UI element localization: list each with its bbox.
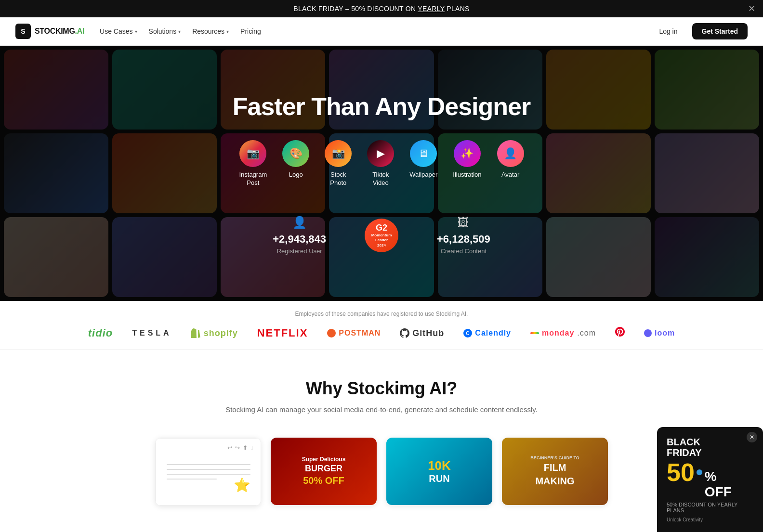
- stock-icon: 📸: [325, 140, 352, 167]
- stock-label: StockPhoto: [330, 171, 346, 187]
- company-tidio: tidio: [88, 327, 113, 339]
- bf-dot-icon: ●: [696, 464, 704, 480]
- logo-area[interactable]: S STOCKIMG.AI: [15, 24, 84, 39]
- nav-resources[interactable]: Resources ▾: [192, 27, 229, 35]
- hero-stats: 👤 +2,943,843 Registered User G2 Momentum…: [233, 216, 530, 255]
- banner-suffix: PLANS: [445, 5, 470, 13]
- svg-point-0: [644, 329, 652, 337]
- illustration-label: Illustration: [453, 171, 481, 179]
- logo-icon: S: [15, 24, 31, 39]
- tool-icon: ⬆: [243, 444, 248, 451]
- notebook-line: [167, 479, 217, 480]
- nav-use-cases-label: Use Cases: [100, 27, 132, 35]
- close-popup-button[interactable]: ✕: [747, 432, 757, 442]
- illustration-icon: ✨: [454, 140, 481, 167]
- bf-off-label: %OFF: [705, 469, 732, 500]
- star-icon: ⭐: [234, 477, 250, 493]
- banner-highlight: YEARLY: [418, 5, 445, 13]
- bf-percent: 50: [667, 460, 695, 485]
- hero-content: Faster Than Any Designer 📷 InstagramPost…: [233, 92, 530, 255]
- image-icon: 🖼: [458, 216, 469, 229]
- company-github: GitHub: [400, 328, 444, 338]
- nav-solutions[interactable]: Solutions ▾: [149, 27, 181, 35]
- why-subtitle: Stockimg AI can manage your social media…: [19, 405, 744, 414]
- notebook-line: [167, 474, 250, 475]
- hero-icon-avatar[interactable]: 👤 Avatar: [497, 140, 524, 179]
- nav-actions: Log in Get Started: [650, 23, 748, 39]
- nav-solutions-label: Solutions: [149, 27, 177, 35]
- hero-section: Faster Than Any Designer 📷 InstagramPost…: [0, 46, 763, 301]
- card-notebook: ⭐ ↩ ↪ ⬆ ↓: [155, 438, 261, 506]
- company-monday: monday.com: [530, 329, 596, 337]
- hero-icon-tiktok[interactable]: ▶ TiktokVideo: [367, 140, 394, 187]
- company-tesla: TESLA: [132, 329, 171, 337]
- logo-text: STOCKIMG.AI: [35, 27, 84, 36]
- g2-logo: G2: [376, 223, 387, 233]
- tiktok-label: TiktokVideo: [372, 171, 389, 187]
- stat-created-content: 🖼 +6,128,509 Created Content: [437, 216, 490, 255]
- company-loom: loom: [644, 329, 675, 337]
- chevron-down-icon: ▾: [178, 29, 181, 34]
- companies-strip: Employees of these companies have regist…: [0, 301, 763, 350]
- wallpaper-icon: 🖥: [410, 140, 437, 167]
- tool-icon: ↩: [227, 444, 232, 451]
- card-burger: Super DeliciousBURGER50% OFF: [271, 438, 377, 505]
- run-text: 10K RUN: [428, 458, 451, 484]
- black-friday-popup: ✕ BLACKFRIDAY 50 ● %OFF 50% DISCOUNT ON …: [657, 427, 763, 525]
- company-netflix: NETFLIX: [257, 327, 308, 339]
- navbar: S STOCKIMG.AI Use Cases ▾ Solutions ▾ Re…: [0, 17, 763, 46]
- banner-text: BLACK FRIDAY – 50% DISCOUNT ON: [293, 5, 418, 13]
- companies-label: Employees of these companies have regist…: [19, 311, 744, 317]
- nav-links: Use Cases ▾ Solutions ▾ Resources ▾ Pric…: [100, 27, 650, 35]
- stat-registered-number: +2,943,843: [273, 233, 326, 246]
- nav-pricing-label: Pricing: [240, 27, 261, 35]
- hero-icon-logo[interactable]: 🎨 Logo: [282, 140, 309, 179]
- stat-g2-badge: G2 MomentumLeader2024: [365, 219, 398, 252]
- why-title: Why Stockimg AI?: [19, 378, 744, 399]
- why-section: Why Stockimg AI? Stockimg AI can manage …: [0, 350, 763, 525]
- hero-icon-stock[interactable]: 📸 StockPhoto: [325, 140, 352, 187]
- g2-momentum-badge: G2 MomentumLeader2024: [365, 219, 398, 252]
- stat-registered-users: 👤 +2,943,843 Registered User: [273, 216, 326, 255]
- instagram-icon: 📷: [239, 140, 266, 167]
- nav-pricing[interactable]: Pricing: [240, 27, 261, 35]
- g2-label: MomentumLeader2024: [371, 233, 392, 248]
- film-text: BEGINNER'S GUIDE TO FILMMAKING: [530, 455, 579, 488]
- bf-discount-text: 50% DISCOUNT ON YEARLY PLANS: [667, 502, 753, 513]
- companies-logos: tidio TESLA shopify NETFLIX POSTMAN GitH…: [19, 327, 744, 339]
- company-postman: POSTMAN: [327, 329, 381, 337]
- burger-visual: Super DeliciousBURGER50% OFF: [271, 438, 377, 505]
- chevron-down-icon: ▾: [226, 29, 229, 34]
- get-started-button[interactable]: Get Started: [692, 23, 748, 39]
- user-icon: 👤: [292, 216, 307, 229]
- card-run: 10K RUN: [386, 438, 492, 505]
- avatar-label: Avatar: [501, 171, 519, 179]
- close-banner-button[interactable]: ✕: [748, 3, 755, 14]
- chevron-down-icon: ▾: [135, 29, 137, 34]
- hero-icon-wallpaper[interactable]: 🖥 Wallpaper: [409, 140, 437, 179]
- stat-content-label: Created Content: [441, 247, 487, 255]
- notebook-line: [167, 469, 250, 470]
- hero-icon-illustration[interactable]: ✨ Illustration: [453, 140, 481, 179]
- hero-icon-instagram[interactable]: 📷 InstagramPost: [239, 140, 267, 187]
- why-cards: ⭐ ↩ ↪ ⬆ ↓ Super DeliciousBURGER50% OFF 1…: [19, 438, 744, 506]
- bf-unlock-text: Unlock Creativity: [667, 517, 753, 522]
- notebook-visual: ⭐ ↩ ↪ ⬆ ↓: [156, 438, 261, 506]
- toolbar-icons: ↩ ↪ ⬆ ↓: [227, 444, 253, 451]
- tool-icon: ↪: [235, 444, 240, 451]
- hero-title: Faster Than Any Designer: [233, 92, 530, 121]
- login-button[interactable]: Log in: [650, 24, 686, 39]
- run-visual: 10K RUN: [386, 438, 492, 505]
- nav-use-cases[interactable]: Use Cases ▾: [100, 27, 137, 35]
- stat-content-number: +6,128,509: [437, 233, 490, 246]
- notebook-line: [167, 464, 250, 465]
- logo-icon-circle: 🎨: [282, 140, 309, 167]
- company-pinterest: [615, 327, 625, 339]
- nav-resources-label: Resources: [192, 27, 224, 35]
- hero-icons-row: 📷 InstagramPost 🎨 Logo 📸 StockPhoto ▶ Ti…: [233, 140, 530, 187]
- bf-discount-display: 50 ● %OFF: [667, 460, 753, 500]
- logo-label: Logo: [289, 171, 303, 179]
- tiktok-icon: ▶: [367, 140, 394, 167]
- avatar-icon: 👤: [497, 140, 524, 167]
- bf-popup-title: BLACKFRIDAY: [667, 437, 753, 458]
